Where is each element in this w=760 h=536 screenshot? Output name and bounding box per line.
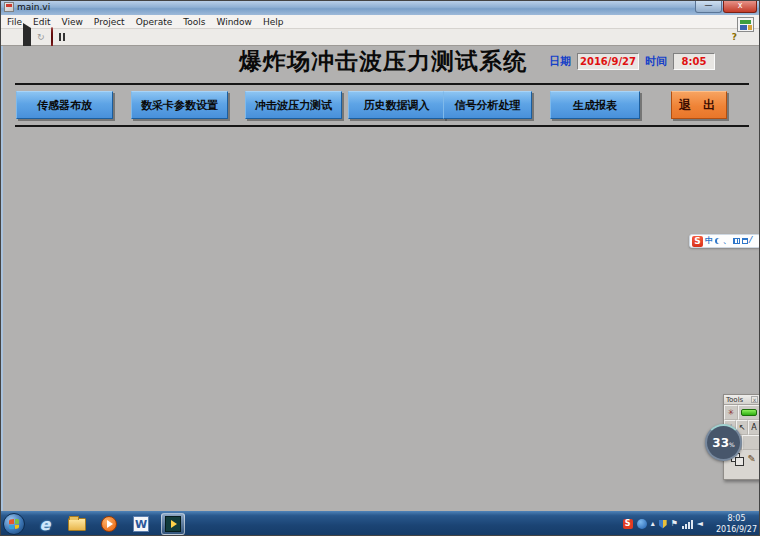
tools-palette-title: Tools bbox=[726, 396, 743, 404]
toolbox-icon[interactable] bbox=[742, 238, 748, 244]
edit-text-tool[interactable]: A bbox=[748, 420, 760, 435]
taskbar-clock[interactable]: 8:05 2016/9/27 bbox=[716, 513, 757, 535]
taskbar-item-explorer[interactable] bbox=[65, 513, 89, 535]
tray-show-hidden-icon[interactable]: ▴ bbox=[651, 520, 655, 528]
menu-view[interactable]: View bbox=[62, 17, 83, 27]
menu-project[interactable]: Project bbox=[94, 17, 125, 27]
abort-button[interactable] bbox=[51, 28, 53, 47]
window-title: main.vi bbox=[17, 2, 50, 12]
tray-app-icon[interactable] bbox=[637, 519, 647, 529]
ime-toolbar[interactable]: S 中 、 ⁄ bbox=[689, 234, 760, 248]
exit-button[interactable]: 退 出 bbox=[671, 91, 727, 119]
time-label: 时间 bbox=[645, 54, 667, 69]
tools-palette-close-icon[interactable]: x bbox=[751, 396, 758, 403]
menu-operate[interactable]: Operate bbox=[136, 17, 173, 27]
percent-unit: % bbox=[729, 441, 735, 448]
menu-file[interactable]: File bbox=[7, 17, 22, 27]
paintbrush-icon: ✎ bbox=[748, 453, 756, 464]
signal-analysis-button[interactable]: 信号分析处理 bbox=[443, 91, 532, 119]
taskbar-item-media-player[interactable] bbox=[97, 513, 121, 535]
start-button[interactable] bbox=[3, 513, 25, 535]
daq-card-settings-button[interactable]: 数采卡参数设置 bbox=[131, 91, 228, 119]
sogou-logo-icon[interactable]: S bbox=[692, 236, 703, 247]
window-titlebar[interactable]: main.vi — x bbox=[1, 1, 760, 15]
date-label: 日期 bbox=[549, 54, 571, 69]
history-data-load-button[interactable]: 历史数据调入 bbox=[348, 91, 445, 119]
word-icon: W bbox=[133, 516, 149, 532]
tray-volume-icon[interactable]: ◄ bbox=[697, 520, 703, 528]
separator-line-bottom bbox=[15, 125, 749, 127]
system-tray: S ▴ ⚑ ◄ bbox=[623, 511, 703, 536]
run-continuously-button[interactable]: ↻ bbox=[37, 33, 45, 42]
date-value: 2016/9/27 bbox=[577, 53, 639, 70]
shockwave-pressure-test-button[interactable]: 冲击波压力测试 bbox=[245, 91, 342, 119]
percent-overlay-badge[interactable]: 33 % bbox=[705, 424, 742, 461]
led-icon bbox=[741, 409, 757, 416]
run-button[interactable] bbox=[23, 28, 31, 47]
fullwidth-moon-icon[interactable] bbox=[715, 238, 721, 244]
time-value: 8:05 bbox=[673, 53, 715, 70]
tray-action-center-flag-icon[interactable]: ⚑ bbox=[671, 520, 678, 528]
folder-icon bbox=[68, 518, 86, 531]
pause-button[interactable] bbox=[59, 33, 65, 41]
minimize-button[interactable]: — bbox=[695, 1, 722, 13]
percent-value: 33 bbox=[712, 436, 729, 450]
clock-time: 8:05 bbox=[716, 513, 757, 524]
menu-edit[interactable]: Edit bbox=[33, 17, 50, 27]
menu-tools[interactable]: Tools bbox=[183, 17, 205, 27]
punctuation-icon[interactable]: 、 bbox=[723, 235, 731, 247]
clock-date: 2016/9/27 bbox=[716, 524, 757, 535]
chinese-mode-icon[interactable]: 中 bbox=[705, 235, 713, 247]
soft-keyboard-icon[interactable] bbox=[733, 238, 740, 244]
menu-window[interactable]: Window bbox=[216, 17, 252, 27]
tray-security-shield-icon[interactable] bbox=[659, 520, 667, 529]
ie-icon: e bbox=[40, 515, 51, 534]
auto-tool-led bbox=[738, 405, 760, 420]
screen: main.vi — x File Edit View Project Opera… bbox=[0, 0, 760, 536]
context-help-button[interactable]: ? bbox=[732, 32, 737, 42]
media-player-icon bbox=[101, 516, 117, 532]
taskbar-item-word[interactable]: W bbox=[129, 513, 153, 535]
background-color-swatch[interactable] bbox=[735, 457, 744, 466]
labview-taskbar-icon bbox=[165, 516, 181, 532]
front-panel: 爆炸场冲击波压力测试系统 日期 2016/9/27 时间 8:05 传感器布放 … bbox=[1, 46, 760, 511]
taskbar: e W S ▴ ⚑ ◄ 8:05 2016/9/27 bbox=[1, 511, 760, 536]
vi-icon[interactable] bbox=[737, 17, 754, 32]
vi-toolbar: ↻ bbox=[1, 29, 760, 46]
wrench-icon[interactable]: ⁄ bbox=[750, 235, 751, 247]
menu-help[interactable]: Help bbox=[263, 17, 284, 27]
tray-sogou-icon[interactable]: S bbox=[623, 519, 633, 529]
tray-network-icon[interactable] bbox=[682, 520, 693, 529]
menu-bar: File Edit View Project Operate Tools Win… bbox=[1, 15, 760, 29]
close-button[interactable]: x bbox=[723, 1, 757, 13]
windows-logo-icon bbox=[9, 519, 19, 530]
sensor-deploy-button[interactable]: 传感器布放 bbox=[16, 91, 113, 119]
generate-report-button[interactable]: 生成报表 bbox=[550, 91, 640, 119]
labview-app-icon bbox=[4, 2, 14, 12]
separator-line-top bbox=[15, 83, 749, 85]
datetime-row: 日期 2016/9/27 时间 8:05 bbox=[549, 53, 719, 70]
color-copy-tool[interactable] bbox=[742, 435, 760, 450]
auto-tool-button[interactable]: ✳ bbox=[724, 405, 738, 420]
wand-icon: ✳ bbox=[728, 408, 735, 417]
taskbar-item-ie[interactable]: e bbox=[33, 513, 57, 535]
taskbar-item-labview-active[interactable] bbox=[161, 513, 185, 535]
abort-icon bbox=[51, 27, 53, 48]
